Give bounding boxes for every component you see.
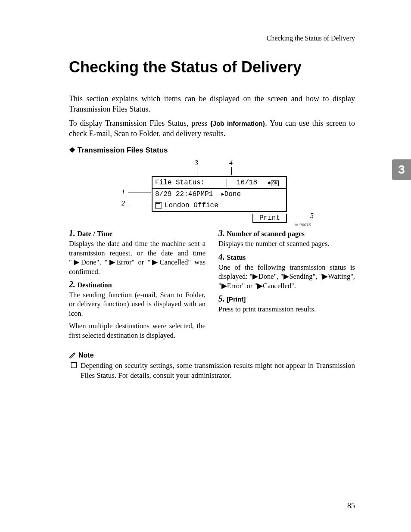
note-text: Depending on security settings, some tra…: [81, 361, 355, 381]
definition-columns: 1. Date / Time Displays the date and tim…: [69, 225, 355, 343]
running-header: Checking the Status of Delivery: [69, 34, 355, 42]
note-body: ❒ Depending on security settings, some t…: [69, 361, 355, 381]
lcd-print-button: Print: [252, 214, 287, 223]
lcd-screen: File Status: 16/18 ◆OK 8/29 22:46PMP1 Do…: [152, 176, 287, 212]
intro-paragraph-1: This section explains which items can be…: [69, 93, 355, 115]
lcd-datetime: 8/29 22:46PMP1: [155, 190, 220, 198]
diagram-caption: ALP007S: [295, 223, 311, 227]
right-column: 3. Number of scanned pages Displays the …: [218, 225, 355, 343]
callout-3: 3: [195, 159, 198, 167]
item-4-heading: 4. Status: [218, 252, 355, 262]
item-2-heading: 2. Destination: [69, 280, 206, 289]
callout-2: 2: [121, 199, 125, 207]
item-5-heading: 5. [Print]: [218, 294, 355, 304]
intro-paragraph-2: To display Transmission Files Status, pr…: [69, 118, 355, 139]
item-3-heading: 3. Number of scanned pages: [218, 228, 355, 238]
pencil-icon: [69, 351, 77, 359]
item-4-body: One of the following transmission status…: [218, 263, 355, 290]
intro-section: This section explains which items can be…: [69, 93, 355, 139]
item-2-body-1: The sending function (e-mail, Scan to Fo…: [69, 290, 206, 318]
lcd-page-count: 16/18: [227, 179, 260, 187]
lcd-ok-indicator: ◆OK: [260, 179, 286, 186]
callout-1: 1: [121, 188, 125, 196]
item-1-body: Displays the date and time the machine s…: [69, 239, 206, 276]
left-column: 1. Date / Time Displays the date and tim…: [69, 225, 206, 343]
lcd-title: File Status:: [153, 179, 227, 187]
page-title: Checking the Status of Delivery: [69, 58, 355, 76]
intro-text: To display Transmission Files Status, pr…: [69, 119, 210, 128]
lcd-destination: London Office: [165, 202, 218, 209]
note-heading: Note: [69, 351, 355, 359]
job-information-key: Job Information: [213, 120, 263, 127]
header-rule: [69, 45, 355, 45]
lcd-status: Done: [221, 190, 241, 198]
item-3-body: Displays the number of scanned pages.: [218, 239, 355, 248]
callout-4: 4: [229, 159, 233, 167]
item-2-body-2: When multiple destinations were selected…: [69, 321, 206, 340]
item-5-body: Press to print transmission results.: [218, 305, 355, 314]
subheading-transmission-status: Transmission Files Status: [69, 146, 355, 155]
callout-5: 5: [310, 212, 314, 220]
item-1-heading: 1. Date / Time: [69, 228, 206, 238]
folder-icon: [155, 202, 162, 208]
note-bullet: ❒: [71, 361, 77, 381]
page-number: 85: [347, 501, 355, 510]
lcd-diagram: 3 4 1 2 5 File Status: 16/18 ◆OK 8/29 22…: [121, 159, 302, 212]
